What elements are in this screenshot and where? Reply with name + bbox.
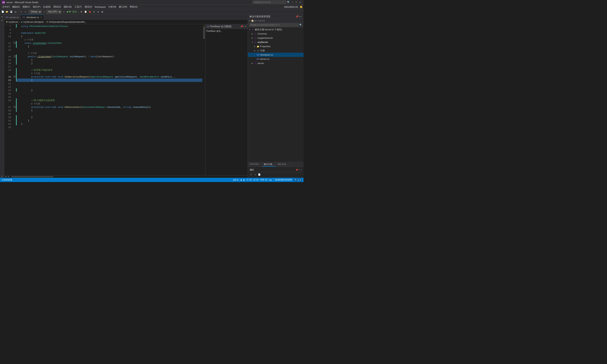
props-arrow-icon[interactable]: ▾ xyxy=(299,169,300,171)
gutter-icon-1[interactable]: ▲ xyxy=(1,15,4,18)
props-pin-icon[interactable]: 📌 xyxy=(295,169,298,171)
search-icon[interactable]: 🔍 xyxy=(287,1,290,4)
props-pages-icon[interactable]: 📄 xyxy=(258,173,261,176)
se-arrow-icon[interactable]: ▾ xyxy=(299,15,300,18)
se-collapseall-icon[interactable]: ⊟ xyxy=(260,19,261,22)
props-categorized-icon[interactable]: ⊞ xyxy=(250,173,253,176)
peerbase-menu-icon[interactable]: ▾ xyxy=(243,25,244,28)
se-settings-icon[interactable]: ⚙ xyxy=(262,19,263,22)
open-file-btn[interactable]: 📂 xyxy=(5,10,9,14)
hscroll-thumb[interactable] xyxy=(11,176,53,177)
menu-file[interactable]: 文件(F) xyxy=(1,5,11,9)
scroll-left-icon[interactable]: ◀ xyxy=(5,175,6,178)
toolbar-btn-misc4[interactable]: ⚙ xyxy=(92,10,96,14)
collapse-btn-ondisconn[interactable]: − xyxy=(14,106,16,108)
menu-build[interactable]: 生成(B) xyxy=(42,5,52,9)
menu-team[interactable]: 团队(M) xyxy=(62,5,73,9)
peerbase-close-icon[interactable]: ✕ xyxy=(245,25,246,28)
maximize-icon[interactable]: □ xyxy=(295,1,298,4)
menu-project[interactable]: 项目(P) xyxy=(31,5,42,9)
tree-item-mygameserver[interactable]: ▶ ⊞ mygameserver xyxy=(248,36,304,40)
menu-view[interactable]: 视图(V) xyxy=(21,5,32,9)
editor-scrollbar[interactable]: ⚠ xyxy=(202,24,205,175)
status-scroll-left[interactable]: ◀ xyxy=(240,179,242,181)
platform-arrow[interactable]: ▾ xyxy=(62,10,66,14)
tab-server-cs[interactable]: C# server.cs xyxy=(4,15,21,19)
tree-item-server-cs[interactable]: C# server.cs xyxy=(248,57,304,61)
tree-item-myserver[interactable]: ▼ ⊞ myServer xyxy=(248,40,304,44)
props-close-icon[interactable]: ✕ xyxy=(301,169,302,171)
expand-solution-icon[interactable]: ▼ xyxy=(249,28,251,31)
expand-mygameserver-icon[interactable]: ▶ xyxy=(251,37,253,39)
collapse-btn-onop[interactable]: − xyxy=(14,76,16,78)
toolbar-btn-misc1[interactable]: ⊞ xyxy=(79,10,83,14)
status-scroll-right[interactable]: ▶ xyxy=(243,179,245,181)
se-close-icon[interactable]: ✕ xyxy=(300,15,302,18)
status-insert[interactable]: Ins xyxy=(269,179,272,181)
breadcrumb-myserver[interactable]: myServer xyxy=(8,21,18,23)
breadcrumb-clientpeer[interactable]: myServer.clientpeer xyxy=(23,21,44,23)
start-button[interactable]: ▶ ▶ 启动 xyxy=(66,10,78,13)
se-sync-icon[interactable]: ⟳ xyxy=(249,19,251,22)
menu-help[interactable]: 帮助(H) xyxy=(128,5,139,9)
redo-btn[interactable]: ↪ xyxy=(23,10,27,14)
collapse-btn-ctor[interactable]: − xyxy=(14,55,16,57)
se-show-all-icon[interactable]: ⊞ xyxy=(254,19,256,22)
minimize-icon[interactable]: — xyxy=(291,1,294,4)
horizontal-scrollbar[interactable]: ◀ ▶ xyxy=(4,175,248,178)
scrollbar-thumb[interactable] xyxy=(203,26,205,39)
menu-resharper[interactable]: ReSharper xyxy=(93,5,107,9)
se-search-icon[interactable]: 🔍 xyxy=(299,24,302,26)
tab-assembly[interactable]: Assembly... xyxy=(248,162,262,167)
tree-item-common[interactable]: ▶ ⊞ Common xyxy=(248,32,304,36)
tree-item-references[interactable]: ▶ ⊕ 引用 xyxy=(248,49,304,53)
se-pin-icon[interactable]: 📌 xyxy=(296,15,298,18)
peerbase-pin-icon[interactable]: 📌 xyxy=(240,25,243,28)
new-file-btn[interactable]: 📄 xyxy=(1,10,5,14)
menu-test[interactable]: 测试(S) xyxy=(83,5,93,9)
toolbar-btn-misc2[interactable]: 📋 xyxy=(84,10,87,14)
notification-icon[interactable]: 🔔 xyxy=(300,5,303,8)
toolbar-btn-misc3[interactable]: 🔖 xyxy=(88,10,92,14)
se-filter-icon[interactable]: ▾ xyxy=(256,19,258,22)
expand-server-icon[interactable]: ▶ xyxy=(251,62,253,64)
tree-solution-root[interactable]: ▼ ⊞ 解决方案'server'(4 个项目) xyxy=(248,27,304,32)
toolbar-btn-misc6[interactable]: ◧ xyxy=(101,10,104,14)
saved-status[interactable]: 已保存的项 xyxy=(2,178,12,181)
breadcrumb-onoperationrequest[interactable]: OnOperationRequest(OperationRe... xyxy=(49,21,87,23)
toolbar-btn-misc5[interactable]: ⊡ xyxy=(96,10,100,14)
expand-common-icon[interactable]: ▶ xyxy=(251,33,253,35)
tab-team-resources[interactable]: 团队资源... xyxy=(276,162,290,167)
se-home-icon[interactable]: 🏠 xyxy=(251,19,254,22)
add-to-scm[interactable]: ↑ 添加到源代码管理 xyxy=(274,178,292,181)
platform-dropdown[interactable]: Any CPU xyxy=(46,10,62,14)
expand-myserver-icon[interactable]: ▼ xyxy=(251,41,253,43)
menu-edit[interactable]: 编辑(E) xyxy=(11,5,21,9)
debug-config-dropdown[interactable]: Debug xyxy=(29,10,42,14)
code-content[interactable]: using PhotonHostRuntimeInterfaces; names… xyxy=(17,24,202,175)
menu-tools[interactable]: 工具(T) xyxy=(73,5,83,9)
menu-window[interactable]: 窗口(W) xyxy=(118,5,129,9)
menu-analyze[interactable]: 分析(N) xyxy=(107,5,117,9)
tree-item-server-proj[interactable]: ▶ ⊞ server xyxy=(248,61,304,65)
expand-properties-icon[interactable]: ▶ xyxy=(254,45,256,47)
tree-item-properties[interactable]: ▶ 📁 Properties xyxy=(248,44,304,49)
save-btn[interactable]: 💾 xyxy=(9,10,13,14)
save-all-btn[interactable]: 🗂 xyxy=(13,10,17,14)
ime-icon[interactable]: 中·ぁ·♦ xyxy=(294,178,302,181)
tab-clientpeer-cs[interactable]: C# clientpeer.cs ✕ xyxy=(21,15,44,19)
tree-item-clientpeer-cs[interactable]: C# clientpeer.cs xyxy=(248,53,304,57)
gutter-icon-2[interactable]: ▼ xyxy=(1,19,4,22)
scroll-right-icon[interactable]: ▶ xyxy=(8,175,9,178)
se-code-icon[interactable]: ⊡ xyxy=(264,19,265,22)
menu-debug[interactable]: 调试(D) xyxy=(52,5,62,9)
collapse-btn-class[interactable]: − xyxy=(14,42,16,44)
quick-launch-input[interactable] xyxy=(252,1,286,4)
config-arrow[interactable]: ▾ xyxy=(42,10,46,14)
expand-references-icon[interactable]: ▶ xyxy=(254,50,256,52)
status-zoom[interactable]: 125 % xyxy=(233,179,238,181)
props-alpha-icon[interactable]: ⊟ xyxy=(253,173,257,176)
se-search-input[interactable] xyxy=(249,23,298,26)
undo-btn[interactable]: ↩ xyxy=(19,10,23,14)
close-tab-clientpeer[interactable]: ✕ xyxy=(40,16,42,18)
